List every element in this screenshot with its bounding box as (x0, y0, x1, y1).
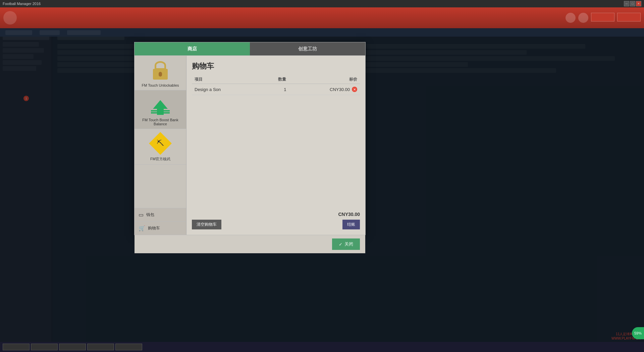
taskbar-item-4[interactable] (87, 344, 114, 350)
sidebar-nav-cart[interactable]: 🛒 购物车 (135, 221, 186, 235)
taskbar-item-1[interactable] (3, 344, 30, 350)
arrow-up-icon (150, 95, 170, 115)
breadcrumb-3 (67, 30, 101, 35)
close-label: 关闭 (344, 241, 353, 247)
taskbar-item-2[interactable] (31, 344, 58, 350)
app-title: Football Manager 2016 (3, 2, 624, 6)
taskbar-item-3[interactable] (59, 344, 86, 350)
modal-tabs: 商店 创意工坊 (135, 42, 365, 56)
cart-icon: 🛒 (139, 225, 145, 231)
table-row: Design a Son 1 CNY30.00 ✕ (192, 84, 360, 95)
nav-icon-2[interactable] (578, 13, 588, 23)
wallet-icon: ▭ (139, 212, 144, 218)
sidebar-item-unlockables[interactable]: FM Touch Unlockables (135, 56, 186, 90)
topbar (0, 7, 644, 28)
item-quantity: 1 (260, 84, 289, 95)
cart-total: CNY30.00 (338, 212, 360, 217)
cart-total-row: CNY30.00 (192, 209, 360, 217)
green-circle-label: 59% (634, 331, 642, 335)
sidebar-bottom-nav: ▭ 钱包 🛒 购物车 (135, 208, 186, 235)
col-price: 标价 (289, 75, 360, 84)
unlockables-label: FM Touch Unlockables (142, 83, 179, 87)
diamond-icon: ⛏ (150, 133, 170, 153)
modal-sidebar: FM Touch Unlockables FM Touch Boost Bank… (135, 56, 186, 235)
boost-bank-icon-container (149, 93, 172, 117)
logo (3, 11, 17, 25)
sidebar-spacer (135, 165, 186, 208)
official-tactics-icon-container: ⛏ (149, 132, 172, 155)
taskbar-item-5[interactable] (115, 344, 142, 350)
nav-btn-1[interactable] (591, 13, 614, 21)
cart-title: 购物车 (192, 61, 360, 71)
modal-dialog: 商店 创意工坊 FM Touch Unlockables (134, 42, 366, 235)
restore-button[interactable]: □ (630, 1, 635, 6)
close-button[interactable]: ✕ (636, 1, 641, 6)
sidebar-item-boost-bank[interactable]: FM Touch Boost Bank Balance (135, 90, 186, 129)
taskbar (0, 342, 644, 352)
checkmark-icon: ✓ (339, 242, 342, 247)
lock-icon (153, 61, 168, 80)
col-quantity: 数量 (260, 75, 289, 84)
modal-body: FM Touch Unlockables FM Touch Boost Bank… (135, 56, 365, 235)
clear-cart-button[interactable]: 清空购物车 (192, 220, 221, 229)
modal-main-content: 购物车 项目 数量 标价 Design a Son 1 (186, 56, 365, 235)
nav-btn-2[interactable] (617, 13, 641, 21)
wallet-label: 钱包 (146, 212, 154, 218)
cart-actions: 清空购物车 结账 (192, 220, 360, 229)
col-item: 项目 (192, 75, 260, 84)
remove-item-button[interactable]: ✕ (352, 87, 357, 92)
nav-icon-1[interactable] (566, 13, 576, 23)
item-price: CNY30.00 ✕ (289, 84, 360, 95)
boost-bank-label: FM Touch Boost Bank Balance (137, 118, 183, 126)
sidebar-nav-wallet[interactable]: ▭ 钱包 (135, 208, 186, 221)
modal-footer: ✓ 关闭 (135, 235, 365, 253)
checkout-button[interactable]: 结账 (342, 220, 360, 229)
breadcrumb-1 (5, 30, 32, 35)
green-circle-button[interactable]: 59% (632, 327, 644, 339)
lock-icon-container (149, 58, 172, 82)
cart-table: 项目 数量 标价 Design a Son 1 CNY30.00 (192, 75, 360, 95)
titlebar: Football Manager 2016 ─ □ ✕ (0, 0, 644, 7)
official-tactics-label: FM官方核武 (150, 157, 170, 162)
tab-workshop[interactable]: 创意工坊 (250, 42, 365, 55)
tab-shop[interactable]: 商店 (135, 42, 250, 55)
item-name: Design a Son (192, 84, 260, 95)
secondbar (0, 28, 644, 37)
breadcrumb-2 (40, 30, 60, 35)
cart-nav-label: 购物车 (148, 225, 160, 231)
close-modal-button[interactable]: ✓ 关闭 (332, 238, 360, 250)
minimize-button[interactable]: ─ (624, 1, 629, 6)
sidebar-item-official-tactics[interactable]: ⛏ FM官方核武 (135, 129, 186, 165)
titlebar-controls: ─ □ ✕ (624, 1, 641, 6)
cart-content-area: 项目 数量 标价 Design a Son 1 CNY30.00 (192, 75, 360, 209)
